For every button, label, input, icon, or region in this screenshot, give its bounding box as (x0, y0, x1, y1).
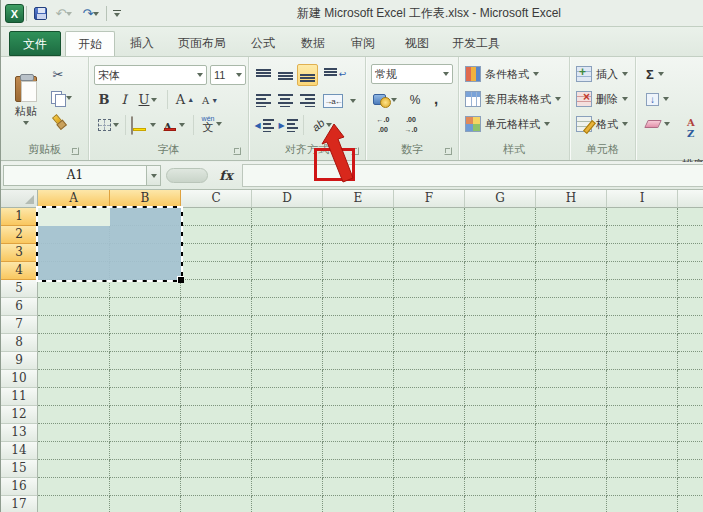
cell[interactable] (252, 496, 323, 512)
cell[interactable] (252, 406, 323, 424)
cell[interactable] (323, 370, 394, 388)
cell[interactable] (181, 460, 252, 478)
cell[interactable] (536, 496, 607, 512)
cell[interactable] (38, 442, 110, 460)
cell[interactable] (607, 460, 678, 478)
paste-button[interactable]: 粘贴 (9, 63, 43, 137)
cell[interactable] (394, 406, 465, 424)
cell[interactable] (394, 370, 465, 388)
cell[interactable] (678, 352, 703, 370)
formula-input[interactable] (242, 164, 703, 187)
format-painter-button[interactable] (47, 113, 69, 131)
column-header-e[interactable]: E (323, 190, 394, 208)
cell[interactable] (110, 406, 181, 424)
row-header-16[interactable]: 16 (1, 478, 38, 496)
cell[interactable] (323, 388, 394, 406)
cell[interactable] (465, 406, 536, 424)
row-header-1[interactable]: 1 (1, 208, 38, 226)
fill-handle[interactable] (177, 276, 184, 283)
cell[interactable] (181, 442, 252, 460)
undo-button[interactable]: ↶ (53, 4, 75, 23)
redo-button[interactable]: ↷ (79, 4, 103, 23)
comma-style-button[interactable]: , (428, 88, 444, 108)
cell[interactable] (181, 226, 252, 244)
format-as-table-button[interactable]: 套用表格格式 (465, 88, 561, 110)
orientation-button[interactable]: ab (307, 114, 337, 136)
cell[interactable] (678, 208, 703, 226)
cell[interactable] (394, 460, 465, 478)
cell[interactable] (465, 352, 536, 370)
cell[interactable] (394, 424, 465, 442)
cell[interactable] (323, 406, 394, 424)
cell[interactable] (607, 226, 678, 244)
tab-view[interactable]: 视图 (395, 31, 439, 56)
cell[interactable] (678, 226, 703, 244)
bold-button[interactable]: B (95, 90, 113, 109)
cell[interactable] (110, 280, 181, 298)
cell[interactable] (536, 244, 607, 262)
cell[interactable] (465, 370, 536, 388)
tab-formulas[interactable]: 公式 (241, 31, 285, 56)
customize-qat-button[interactable] (109, 4, 125, 23)
cell[interactable] (465, 316, 536, 334)
cell[interactable] (607, 280, 678, 298)
cell[interactable] (181, 388, 252, 406)
cell[interactable] (38, 406, 110, 424)
cell[interactable] (536, 388, 607, 406)
cell[interactable] (394, 226, 465, 244)
tab-page-layout[interactable]: 页面布局 (169, 31, 235, 56)
cell[interactable] (323, 316, 394, 334)
cell[interactable] (181, 244, 252, 262)
column-header-partial[interactable] (678, 190, 703, 208)
cell[interactable] (110, 370, 181, 388)
tab-developer[interactable]: 开发工具 (445, 31, 507, 56)
cell[interactable] (110, 442, 181, 460)
align-right-button[interactable] (297, 90, 317, 110)
cell[interactable] (181, 208, 252, 226)
cell[interactable] (465, 298, 536, 316)
cell[interactable] (252, 244, 323, 262)
column-header-f[interactable]: F (394, 190, 465, 208)
decrease-decimal-button[interactable]: .00 →.0 (399, 114, 423, 135)
cell[interactable] (607, 262, 678, 280)
cell[interactable] (536, 262, 607, 280)
cell[interactable] (536, 298, 607, 316)
cell[interactable] (678, 334, 703, 352)
cell[interactable] (323, 334, 394, 352)
cell[interactable] (678, 388, 703, 406)
percent-style-button[interactable]: % (405, 90, 425, 110)
increase-indent-button[interactable]: ▶ (277, 115, 299, 135)
cell[interactable] (536, 424, 607, 442)
cell[interactable] (394, 298, 465, 316)
tab-home[interactable]: 开始 (65, 31, 115, 56)
cell[interactable] (252, 316, 323, 334)
cell[interactable] (394, 352, 465, 370)
cell[interactable] (607, 244, 678, 262)
insert-cells-button[interactable]: 插入 (576, 63, 628, 85)
cell[interactable] (607, 442, 678, 460)
cell[interactable] (181, 370, 252, 388)
cell[interactable] (465, 244, 536, 262)
row-header-8[interactable]: 8 (1, 334, 38, 352)
delete-cells-button[interactable]: 删除 (576, 88, 628, 110)
cell[interactable] (110, 424, 181, 442)
cell[interactable] (536, 280, 607, 298)
cell[interactable] (678, 298, 703, 316)
cell[interactable] (323, 442, 394, 460)
cell[interactable] (678, 496, 703, 512)
save-button[interactable] (30, 4, 50, 23)
cell[interactable] (38, 298, 110, 316)
row-header-2[interactable]: 2 (1, 226, 38, 244)
row-header-7[interactable]: 7 (1, 316, 38, 334)
tab-review[interactable]: 审阅 (341, 31, 385, 56)
cell[interactable] (181, 352, 252, 370)
cell[interactable] (678, 370, 703, 388)
number-format-combo[interactable]: 常规 (371, 64, 453, 84)
column-header-h[interactable]: H (536, 190, 607, 208)
cell[interactable] (536, 478, 607, 496)
autosum-button[interactable]: Σ (646, 63, 664, 85)
fill-button[interactable]: ↓ (646, 88, 669, 110)
excel-app-icon[interactable]: X (5, 4, 24, 23)
wrap-text-button[interactable]: ↩ (321, 63, 349, 85)
conditional-formatting-button[interactable]: 条件格式 (465, 63, 539, 85)
